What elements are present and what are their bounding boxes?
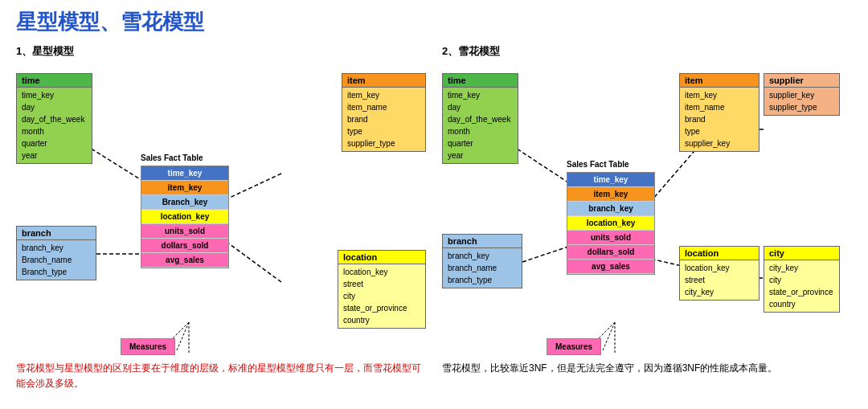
snowflake-city-table: city city_key city state_or_province cou… (764, 246, 840, 313)
star-location-table: location location_key street city state_… (338, 250, 426, 329)
star-measures: Measures (121, 338, 175, 355)
star-schema-diagram: time time_key day day_of_the_week month … (16, 65, 426, 354)
bottom-left-text: 雪花模型与星型模型的区别主要在于维度的层级，标准的星型模型维度只有一层，而雪花模… (16, 361, 426, 391)
star-time-table: time time_key day day_of_the_week month … (16, 73, 92, 164)
snowflake-branch-header: branch (443, 235, 522, 248)
snowflake-item-header: item (680, 74, 759, 88)
snowflake-item-table: item item_key item_name brand type suppl… (679, 73, 760, 152)
star-schema-section: 1、星型模型 time time_ (16, 44, 426, 354)
snowflake-supplier-body: supplier_key supplier_type (764, 88, 839, 115)
section1-title: 1、星型模型 (16, 44, 426, 59)
svg-line-3 (221, 238, 281, 282)
snowflake-branch-body: branch_key branch_name branch_type (443, 248, 522, 288)
bottom-text-container: 雪花模型与星型模型的区别主要在于维度的层级，标准的星型模型维度只有一层，而雪花模… (16, 361, 852, 391)
snowflake-supplier-table: supplier supplier_key supplier_type (764, 73, 840, 116)
star-location-body: location_key street city state_or_provin… (338, 264, 425, 328)
snowflake-schema-section: 2、雪花模型 (442, 44, 852, 354)
star-fact-label: Sales Fact Table (141, 153, 203, 162)
snowflake-schema-diagram: time time_key day day_of_the_week month … (442, 65, 852, 354)
snowflake-item-body: item_key item_name brand type supplier_k… (680, 88, 759, 151)
snowflake-time-header: time (443, 74, 518, 88)
snowflake-location-header: location (680, 247, 759, 260)
star-branch-table: branch branch_key Branch_name Branch_typ… (16, 226, 96, 280)
snowflake-supplier-header: supplier (764, 74, 839, 88)
page-title: 星型模型、雪花模型 (16, 8, 852, 36)
svg-line-5 (177, 322, 189, 350)
main-container: 1、星型模型 time time_ (16, 44, 852, 354)
star-time-body: time_key day day_of_the_week month quart… (17, 88, 92, 163)
star-item-table: item item_key item_name brand type suppl… (342, 73, 426, 152)
star-location-header: location (338, 251, 425, 264)
snowflake-location-body: location_key street city_key (680, 260, 759, 300)
snowflake-time-body: time_key day day_of_the_week month quart… (443, 88, 518, 163)
snowflake-fact-label: Sales Fact Table (567, 160, 629, 169)
svg-line-2 (221, 174, 281, 202)
star-item-header: item (342, 74, 425, 88)
bottom-right-text: 雪花模型，比较靠近3NF，但是无法完全遵守，因为遵循3NF的性能成本高量。 (442, 361, 852, 391)
snowflake-fact-table: time_key item_key branch_key location_ke… (567, 172, 655, 275)
section2-title: 2、雪花模型 (442, 44, 852, 59)
star-branch-header: branch (17, 227, 96, 240)
snowflake-location-table: location location_key street city_key (679, 246, 760, 301)
star-item-body: item_key item_name brand type supplier_t… (342, 88, 425, 151)
svg-line-14 (603, 322, 615, 350)
star-fact-table: time_key item_key Branch_key location_ke… (141, 166, 229, 268)
star-branch-body: branch_key Branch_name Branch_type (17, 240, 96, 280)
snowflake-time-table: time time_key day day_of_the_week month … (442, 73, 518, 164)
snowflake-branch-table: branch branch_key branch_name branch_typ… (442, 234, 522, 288)
snowflake-measures: Measures (547, 338, 601, 355)
star-time-header: time (17, 74, 92, 88)
snowflake-city-header: city (764, 247, 839, 260)
snowflake-city-body: city_key city state_or_province country (764, 260, 839, 312)
